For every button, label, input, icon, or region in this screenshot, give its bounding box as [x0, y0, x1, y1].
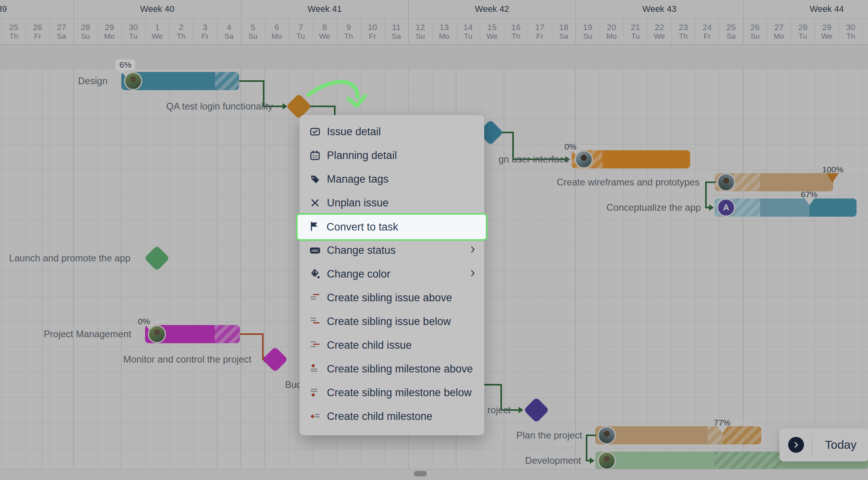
gantt-app: Week 39Week 40Week 41Week 42Week 43Week … [0, 0, 868, 480]
convert-to-task-icon [309, 221, 320, 233]
menu-item-convert-to-task-highlighted[interactable]: Convert to task [296, 213, 487, 241]
menu-item-label: Convert to task [326, 221, 398, 233]
